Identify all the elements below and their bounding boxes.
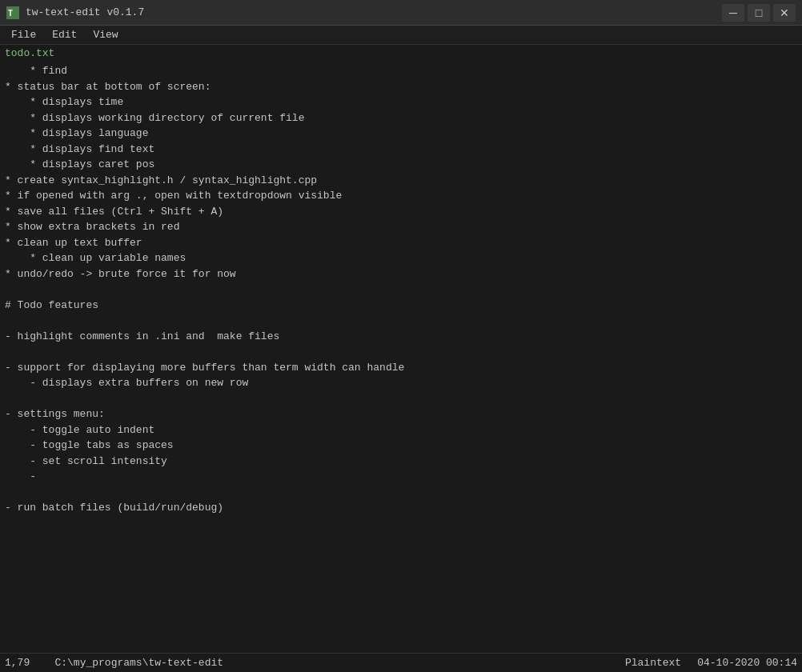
menubar: FileEditView (0, 26, 802, 45)
filepath-bar: todo.txt (0, 45, 802, 62)
line-8: * create syntax_highlight.h / syntax_hig… (5, 173, 797, 189)
line-1: * find (5, 63, 797, 79)
line-28 (5, 485, 797, 501)
line-12: * clean up text buffer (5, 235, 797, 251)
line-11: * show extra brackets in red (5, 219, 797, 235)
line-24: - toggle auto indent (5, 422, 797, 438)
filepath-label: todo.txt (5, 47, 54, 59)
status-left: 1,79 C:\my_programs\tw-text-edit (5, 657, 625, 669)
line-20: - support for displaying more buffers th… (5, 360, 797, 376)
line-19 (5, 344, 797, 360)
line-4: * displays working directory of current … (5, 110, 797, 126)
line-29: - run batch files (build/run/debug) (5, 500, 797, 516)
svg-text:T: T (8, 9, 13, 18)
cursor-position: 1,79 (5, 657, 30, 669)
statusbar: 1,79 C:\my_programs\tw-text-edit Plainte… (0, 653, 802, 672)
line-25: - toggle tabs as spaces (5, 438, 797, 454)
menu-item-view[interactable]: View (85, 27, 126, 42)
app-icon: T (6, 6, 19, 19)
datetime-indicator: 04-10-2020 00:14 (697, 657, 797, 669)
line-26: - set scroll intensity (5, 454, 797, 470)
file-path: C:\my_programs\tw-text-edit (54, 657, 223, 669)
line-27: - (5, 469, 797, 485)
line-10: * save all files (Ctrl + Shift + A) (5, 204, 797, 220)
line-3: * displays time (5, 94, 797, 110)
line-15 (5, 282, 797, 298)
line-22 (5, 391, 797, 407)
editor-area[interactable]: * find* status bar at bottom of screen: … (0, 62, 802, 653)
line-18: - highlight comments in .ini and make fi… (5, 329, 797, 345)
minimize-button[interactable]: ─ (722, 4, 744, 22)
line-16: # Todo features (5, 298, 797, 314)
window-controls: ─ □ ✕ (722, 4, 796, 22)
line-14: * undo/redo -> brute force it for now (5, 266, 797, 282)
titlebar: T tw-text-edit v0.1.7 ─ □ ✕ (0, 0, 802, 26)
maximize-button[interactable]: □ (748, 4, 770, 22)
menu-item-file[interactable]: File (3, 27, 44, 42)
line-5: * displays language (5, 126, 797, 142)
line-21: - displays extra buffers on new row (5, 375, 797, 391)
line-2: * status bar at bottom of screen: (5, 79, 797, 95)
line-23: - settings menu: (5, 406, 797, 422)
close-button[interactable]: ✕ (773, 4, 796, 22)
line-13: * clean up variable names (5, 250, 797, 266)
status-right: Plaintext 04-10-2020 00:14 (625, 657, 797, 669)
window-title: tw-text-edit v0.1.7 (26, 6, 722, 18)
language-indicator: Plaintext (625, 657, 681, 669)
line-17 (5, 313, 797, 329)
line-7: * displays caret pos (5, 157, 797, 173)
menu-item-edit[interactable]: Edit (44, 27, 85, 42)
line-6: * displays find text (5, 142, 797, 158)
line-9: * if opened with arg ., open with textdr… (5, 188, 797, 204)
